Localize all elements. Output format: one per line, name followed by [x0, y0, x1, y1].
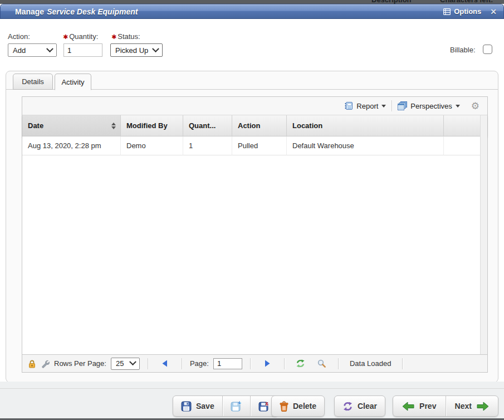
column-header-action[interactable]: Action	[232, 115, 287, 136]
dialog-title-prefix: Manage	[15, 7, 44, 16]
next-page-icon[interactable]	[264, 360, 271, 368]
required-marker: ✱	[111, 33, 116, 40]
save-close-icon: x	[258, 401, 270, 412]
chevron-down-icon	[152, 45, 159, 52]
pager-separator	[284, 358, 285, 369]
lock-icon[interactable]	[28, 359, 36, 368]
tab-activity[interactable]: Activity	[55, 74, 91, 90]
background-text-fragment: Characters left: 500	[440, 0, 504, 4]
save-button[interactable]: Save	[173, 396, 222, 416]
pager-separator	[338, 358, 339, 369]
page-label: Page:	[190, 359, 209, 368]
caret-down-icon	[381, 105, 386, 108]
delete-button-label: Delete	[293, 402, 316, 411]
vertical-scrollbar[interactable]	[480, 115, 487, 354]
pager-separator	[250, 358, 251, 369]
gear-icon[interactable]: ⚙	[471, 101, 479, 111]
rows-per-page-label: Rows Per Page:	[54, 359, 106, 368]
close-icon[interactable]: ✕	[490, 7, 497, 16]
prev-button[interactable]: Prev	[393, 396, 446, 416]
sort-icon[interactable]	[111, 123, 116, 129]
perspectives-icon	[398, 101, 407, 110]
column-header-modified-by[interactable]: Modified By	[121, 115, 183, 136]
action-select[interactable]: Add	[8, 43, 57, 57]
save-button-label: Save	[196, 402, 214, 411]
tab-strip: Details Activity	[6, 74, 498, 90]
dialog-footer: Save + x Delete	[0, 382, 504, 418]
save-button-group: Save + x	[173, 395, 278, 417]
cell-date: Aug 13, 2020, 2:28 pm	[22, 136, 121, 155]
save-and-add-button[interactable]: +	[222, 396, 250, 416]
quantity-label: ✱Quantity:	[63, 32, 98, 41]
quantity-input[interactable]	[63, 43, 102, 57]
report-button-label: Report	[356, 102, 378, 110]
grid-toolbar: Report Perspectives ⚙	[22, 97, 487, 115]
pager-status: Data Loaded	[350, 359, 391, 368]
dialog-titlebar: ManageService Desk Equipment Options ✕	[0, 4, 504, 19]
cell-empty	[444, 136, 480, 155]
footer-divider	[0, 388, 504, 389]
background-page-strip: Description Characters left: 500	[0, 0, 504, 4]
tab-details[interactable]: Details	[13, 74, 53, 90]
perspectives-button-label: Perspectives	[410, 102, 452, 110]
options-list-icon	[443, 8, 451, 15]
save-icon	[181, 401, 192, 412]
clear-refresh-icon	[342, 402, 353, 411]
billable-label: Billable:	[450, 46, 476, 54]
previous-page-icon[interactable]	[162, 360, 168, 368]
nav-button-group: Prev Next	[393, 395, 498, 417]
perspectives-button[interactable]: Perspectives	[392, 99, 465, 113]
trash-icon	[280, 401, 288, 412]
grid-pager: Rows Per Page: 25 Page:	[22, 354, 487, 372]
screen: Description Characters left: 500 ManageS…	[0, 0, 504, 420]
next-button-label: Next	[455, 402, 472, 411]
rows-per-page-select[interactable]: 25	[111, 358, 140, 370]
required-marker: ✱	[63, 33, 68, 40]
delete-button-group: Delete	[271, 395, 325, 417]
cell-quantity: 1	[183, 136, 232, 155]
chevron-down-icon	[129, 358, 136, 365]
options-button[interactable]: Options	[443, 7, 481, 16]
options-button-label: Options	[454, 7, 481, 16]
clear-button-label: Clear	[358, 402, 377, 411]
page-input[interactable]	[213, 358, 242, 369]
status-select[interactable]: Picked Up	[110, 43, 163, 57]
search-icon[interactable]	[317, 359, 326, 368]
prev-arrow-icon	[402, 402, 415, 411]
prev-button-label: Prev	[419, 402, 436, 411]
pager-separator	[182, 358, 182, 369]
cell-modified-by: Demo	[121, 136, 183, 155]
clear-button-group: Clear	[334, 395, 385, 417]
status-select-value: Picked Up	[115, 46, 148, 55]
svg-text:x: x	[265, 401, 268, 407]
column-header-date[interactable]: Date	[22, 115, 121, 136]
cell-location: Default Warehouse	[287, 136, 444, 155]
grid-header-row: Date Modified By Quant... Action Locatio…	[22, 115, 487, 136]
wrench-icon[interactable]	[41, 359, 50, 368]
dialog-title: ManageService Desk Equipment	[15, 7, 138, 16]
cell-action: Pulled	[232, 136, 287, 155]
dialog-title-emphasis: Service Desk Equipment	[47, 7, 138, 16]
action-label: Action:	[8, 32, 30, 41]
clear-button[interactable]: Clear	[335, 396, 385, 416]
chevron-down-icon	[46, 45, 53, 52]
caret-down-icon	[456, 105, 460, 108]
report-button[interactable]: Report	[339, 99, 392, 113]
save-add-icon: +	[231, 401, 242, 412]
action-select-value: Add	[13, 46, 26, 55]
activity-grid: Report Perspectives ⚙ Date	[22, 96, 488, 373]
pager-separator	[148, 358, 148, 369]
next-button[interactable]: Next	[446, 396, 498, 416]
report-icon	[344, 101, 353, 110]
delete-button[interactable]: Delete	[272, 396, 324, 416]
next-arrow-icon	[476, 402, 489, 411]
svg-text:+: +	[238, 401, 241, 406]
refresh-icon[interactable]	[296, 359, 305, 368]
tab-panel: Details Activity Report Perspecti	[6, 71, 498, 383]
column-header-quantity[interactable]: Quant...	[183, 115, 232, 136]
table-row[interactable]: Aug 13, 2020, 2:28 pm Demo 1 Pulled Defa…	[22, 136, 480, 155]
billable-checkbox[interactable]	[483, 45, 492, 54]
column-header-location[interactable]: Location	[287, 115, 444, 136]
status-label: ✱Status:	[111, 32, 140, 41]
background-text-fragment: Description	[371, 0, 412, 4]
